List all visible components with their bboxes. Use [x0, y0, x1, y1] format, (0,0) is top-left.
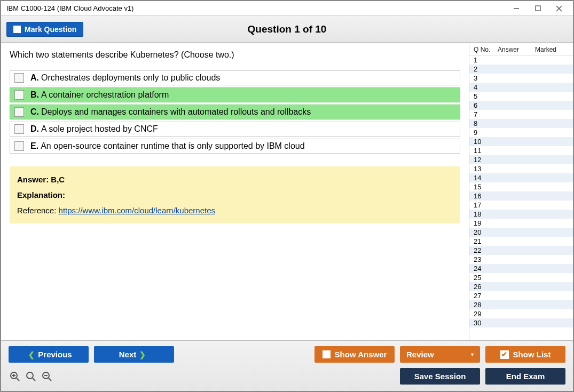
question-list-row[interactable]: 27 — [469, 291, 573, 300]
explanation-heading: Explanation: — [17, 190, 453, 199]
question-list-row[interactable]: 16 — [469, 191, 573, 201]
footer-row-1: ❮ Previous Next ❯ Show Answer Review ▾ ✔… — [9, 346, 565, 363]
question-list-row[interactable]: 29 — [469, 309, 573, 318]
mark-question-label: Mark Question — [25, 25, 76, 34]
question-list-row[interactable]: 20 — [469, 228, 573, 237]
mark-question-button[interactable]: Mark Question — [6, 22, 83, 37]
row-qno: 29 — [474, 310, 498, 318]
minimize-button[interactable] — [506, 2, 527, 15]
option-text: A sole project hosted by CNCF — [41, 124, 158, 134]
option-letter: C. — [30, 107, 39, 117]
option-row[interactable]: B. A container orchestration platform — [10, 87, 460, 102]
footer: ❮ Previous Next ❯ Show Answer Review ▾ ✔… — [1, 340, 573, 391]
row-qno: 20 — [474, 228, 498, 236]
window-controls — [506, 2, 570, 15]
window-title: IBM C1000-124 (IBM Cloud Advocate v1) — [4, 4, 133, 12]
question-list-row[interactable]: 9 — [469, 128, 573, 137]
row-qno: 13 — [474, 165, 498, 173]
option-letter: A. — [30, 73, 39, 83]
question-list-row[interactable]: 22 — [469, 246, 573, 255]
question-list-row[interactable]: 10 — [469, 137, 573, 146]
reference-link[interactable]: https://www.ibm.com/cloud/learn/kubernet… — [59, 206, 215, 215]
zoom-out-icon — [42, 371, 52, 382]
question-list-header: Q No. Answer Marked — [469, 43, 573, 55]
zoom-out-button[interactable] — [41, 370, 53, 383]
row-qno: 14 — [474, 174, 498, 182]
question-list-row[interactable]: 13 — [469, 164, 573, 173]
question-list-row[interactable]: 18 — [469, 210, 573, 219]
row-qno: 12 — [474, 156, 498, 164]
question-list-row[interactable]: 15 — [469, 182, 573, 191]
question-list-row[interactable]: 19 — [469, 219, 573, 228]
option-row[interactable]: D. A sole project hosted by CNCF — [10, 122, 460, 137]
option-row[interactable]: C. Deploys and manages containers with a… — [10, 105, 460, 119]
end-exam-label: End Exam — [506, 372, 545, 381]
row-qno: 2 — [474, 65, 498, 73]
option-text: Deploys and manages containers with auto… — [41, 107, 311, 117]
options-list: A. Orchestrates deployments only to publ… — [10, 70, 460, 156]
show-list-button[interactable]: ✔ Show List — [485, 346, 565, 363]
row-qno: 9 — [474, 129, 498, 137]
row-qno: 19 — [474, 219, 498, 227]
footer-row-2: Save Session End Exam — [9, 368, 565, 385]
row-qno: 8 — [474, 119, 498, 127]
svg-point-8 — [27, 372, 33, 379]
row-qno: 16 — [474, 192, 498, 200]
row-qno: 11 — [474, 147, 498, 155]
titlebar: IBM C1000-124 (IBM Cloud Advocate v1) — [1, 1, 573, 16]
question-list-row[interactable]: 4 — [469, 83, 573, 92]
next-label: Next — [119, 350, 137, 359]
previous-label: Previous — [38, 350, 72, 359]
question-list-row[interactable]: 8 — [469, 119, 573, 128]
question-list-row[interactable]: 3 — [469, 74, 573, 83]
question-list[interactable]: 1234567891011121314151617181920212223242… — [469, 55, 573, 340]
chevron-left-icon: ❮ — [28, 350, 35, 359]
question-list-row[interactable]: 12 — [469, 155, 573, 164]
show-answer-button[interactable]: Show Answer — [314, 346, 395, 363]
question-list-row[interactable]: 26 — [469, 282, 573, 291]
end-exam-button[interactable]: End Exam — [485, 368, 565, 385]
zoom-reset-button[interactable] — [25, 370, 37, 383]
option-letter: E. — [30, 141, 38, 151]
close-button[interactable] — [548, 2, 570, 15]
question-list-row[interactable]: 11 — [469, 146, 573, 155]
col-qno: Q No. — [474, 46, 498, 53]
previous-button[interactable]: ❮ Previous — [9, 346, 89, 363]
maximize-button[interactable] — [527, 2, 548, 15]
option-checkbox[interactable] — [14, 107, 24, 117]
question-list-row[interactable]: 30 — [469, 318, 573, 327]
question-list-row[interactable]: 25 — [469, 273, 573, 282]
question-list-row[interactable]: 14 — [469, 173, 573, 182]
zoom-in-button[interactable] — [9, 370, 21, 383]
option-checkbox[interactable] — [14, 141, 24, 151]
question-list-row[interactable]: 2 — [469, 65, 573, 74]
next-button[interactable]: Next ❯ — [94, 346, 174, 363]
option-checkbox[interactable] — [14, 90, 24, 100]
question-list-row[interactable]: 6 — [469, 101, 573, 110]
question-list-row[interactable]: 23 — [469, 255, 573, 264]
row-qno: 27 — [474, 292, 498, 300]
option-row[interactable]: A. Orchestrates deployments only to publ… — [10, 70, 460, 85]
row-qno: 15 — [474, 183, 498, 191]
option-letter: B. — [30, 90, 39, 100]
question-list-row[interactable]: 7 — [469, 110, 573, 119]
question-list-row[interactable]: 1 — [469, 55, 573, 65]
row-qno: 26 — [474, 283, 498, 291]
option-text: An open-source container runtime that is… — [41, 141, 305, 151]
question-list-row[interactable]: 17 — [469, 201, 573, 210]
row-qno: 7 — [474, 110, 498, 118]
option-letter: D. — [30, 124, 39, 134]
square-icon — [323, 350, 331, 358]
option-checkbox[interactable] — [14, 73, 24, 83]
review-button[interactable]: Review ▾ — [400, 346, 480, 363]
save-session-button[interactable]: Save Session — [400, 368, 480, 385]
option-checkbox[interactable] — [14, 124, 24, 134]
question-list-row[interactable]: 28 — [469, 300, 573, 309]
col-marked: Marked — [535, 46, 570, 53]
question-list-row[interactable]: 5 — [469, 92, 573, 101]
col-answer: Answer — [498, 46, 535, 53]
question-list-row[interactable]: 24 — [469, 264, 573, 273]
question-list-row[interactable]: 21 — [469, 237, 573, 246]
show-list-label: Show List — [513, 350, 551, 359]
option-row[interactable]: E. An open-source container runtime that… — [10, 139, 460, 154]
